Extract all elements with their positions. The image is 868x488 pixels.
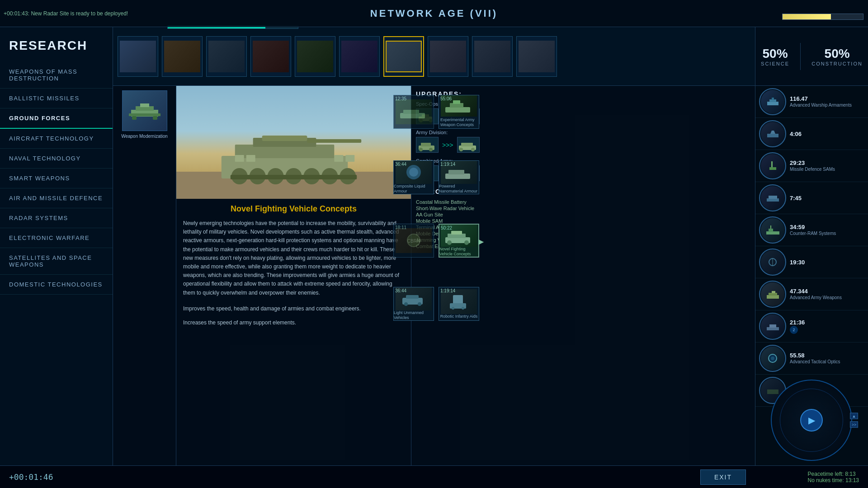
sidebar-item-smart[interactable]: SMART WEAPONS bbox=[0, 169, 113, 188]
center-node-experimental[interactable]: 55:06 Experimental Army Weapon Concepts bbox=[439, 95, 479, 129]
tech-tab-icon-3 bbox=[208, 41, 245, 72]
tech-node-2[interactable]: 4:06 bbox=[755, 118, 868, 150]
svg-rect-2 bbox=[772, 98, 774, 100]
node-info-4: 7:45 bbox=[790, 195, 864, 202]
svg-rect-9 bbox=[766, 231, 779, 235]
sidebar-item-ground[interactable]: GROUND FORCES bbox=[0, 108, 113, 129]
tech-tab-icon-10 bbox=[519, 41, 555, 72]
center-node-cbrn[interactable]: 18:11 CBRN bbox=[393, 224, 434, 258]
tech-tab-10[interactable] bbox=[516, 36, 557, 77]
tech-name: Novel Fighting Vehicle Concepts bbox=[176, 199, 411, 219]
center-node-robotic[interactable]: 1:19:14 Robotic Infantry Aids bbox=[439, 287, 479, 321]
nukes-text: No nukes time: 13:13 bbox=[808, 477, 859, 483]
novel-label: Novel Fighting Vehicle Concepts bbox=[439, 247, 478, 257]
sidebar-item-aircraft[interactable]: AIRCRAFT TECHNOLOGY bbox=[0, 129, 113, 149]
node-time-4: 7:45 bbox=[790, 195, 864, 202]
node-info-1: 116.47 Advanced Warship Armaments bbox=[790, 95, 864, 108]
tech-node-7[interactable]: 47.344 Advanced Army Weapons bbox=[755, 278, 868, 310]
tech-node-4[interactable]: 7:45 bbox=[755, 182, 868, 214]
svg-rect-72 bbox=[403, 110, 419, 114]
sidebar-item-wmd[interactable]: WEAPONS OF MASS DESTRUCTION bbox=[0, 62, 113, 89]
tech-tab-2[interactable] bbox=[162, 36, 203, 77]
sidebar-item-radar[interactable]: RADAR SYSTEMS bbox=[0, 208, 113, 228]
center-node-composite[interactable]: 36:44 Composite Liquid Armour bbox=[393, 160, 434, 194]
center-node-nano[interactable]: 1:19:14 Powered Nanomaterial Armour bbox=[439, 160, 479, 194]
tech-tab-7[interactable] bbox=[383, 36, 424, 77]
tech-node-3[interactable]: 29:23 Missile Defence SAMs bbox=[755, 150, 868, 182]
svg-point-89 bbox=[404, 302, 408, 306]
status-bar: +00:01:46 Peacetime left: 8:13 No nukes … bbox=[0, 465, 868, 488]
tech-node-5[interactable]: 34:59 Counter-RAM Systems bbox=[755, 214, 868, 246]
tech-tab-8[interactable] bbox=[428, 36, 468, 77]
tech-tab-icon-7 bbox=[386, 41, 422, 72]
node-time-robotic: 1:19:14 bbox=[440, 288, 455, 293]
center-node-advanced-army[interactable]: 12:35 bbox=[393, 95, 434, 129]
node-time-9: 55.58 bbox=[790, 352, 864, 359]
svg-marker-4 bbox=[770, 131, 775, 134]
robotic-label: Robotic Infantry Aids bbox=[440, 314, 478, 319]
node-name-5: Counter-RAM Systems bbox=[790, 230, 864, 236]
svg-rect-18 bbox=[769, 324, 776, 328]
tech-tab-icon-2 bbox=[164, 41, 200, 72]
svg-point-20 bbox=[771, 357, 774, 360]
node-name-3: Missile Defence SAMs bbox=[790, 166, 864, 172]
svg-rect-73 bbox=[445, 107, 470, 113]
sidebar-item-satellites[interactable]: SATELLITES AND SPACE WEAPONS bbox=[0, 248, 113, 275]
svg-rect-6 bbox=[769, 167, 776, 170]
center-node-unmanned[interactable]: 36:44 Light Unmanned Vehicles bbox=[393, 287, 434, 321]
sidebar-item-naval[interactable]: NAVAL TECHNOLOGY bbox=[0, 149, 113, 169]
tech-tab-icon-4 bbox=[253, 41, 289, 72]
node-time-adv-army: 12:35 bbox=[395, 96, 406, 101]
svg-rect-42 bbox=[231, 175, 357, 179]
node-icon-2 bbox=[759, 120, 786, 147]
node-info-3: 29:23 Missile Defence SAMs bbox=[790, 160, 864, 172]
exit-button[interactable]: EXIT bbox=[700, 469, 746, 485]
node-time-experimental: 55:06 bbox=[440, 96, 452, 101]
svg-rect-0 bbox=[767, 102, 778, 105]
node-time-cbrn: 18:11 bbox=[395, 225, 406, 230]
improves-text-2: Increases the speed of army support elem… bbox=[176, 316, 411, 330]
sidebar-item-electronic[interactable]: ELECTRONIC WARFARE bbox=[0, 228, 113, 248]
unmanned-label: Light Unmanned Vehicles bbox=[394, 310, 434, 320]
svg-point-85 bbox=[447, 240, 452, 245]
research-title: RESEARCH bbox=[0, 32, 113, 62]
tech-node-6[interactable]: 19:30 bbox=[755, 246, 868, 278]
tech-tab-6[interactable] bbox=[339, 36, 380, 77]
node-icon-1 bbox=[759, 88, 786, 115]
tech-tab-1[interactable] bbox=[118, 36, 158, 77]
tech-tab-icon-6 bbox=[341, 41, 377, 72]
construction-stat: 50% CONSTRUCTION bbox=[811, 47, 863, 66]
compass-arrow-up[interactable]: ▲ bbox=[850, 413, 858, 419]
compass-inner: ▶ bbox=[780, 389, 843, 452]
center-node-novel[interactable]: 50:22 Novel Fighting Vehicle Concepts bbox=[439, 224, 479, 258]
sidebar-item-domestic[interactable]: DOMESTIC TECHNOLOGIES bbox=[0, 275, 113, 295]
tech-tab-9[interactable] bbox=[472, 36, 513, 77]
node-time-5: 34:59 bbox=[790, 224, 864, 230]
tech-tab-5[interactable] bbox=[295, 36, 335, 77]
weapon-mod-icon bbox=[122, 90, 167, 131]
sidebar-item-air-missile[interactable]: AIR AND MISSILE DEFENCE bbox=[0, 188, 113, 208]
svg-point-93 bbox=[452, 307, 454, 310]
svg-rect-16 bbox=[772, 291, 775, 293]
svg-rect-17 bbox=[767, 327, 779, 330]
node-time-1: 116.47 bbox=[790, 95, 864, 102]
notification-text: +00:01:43: New Radar Site is ready to be… bbox=[4, 0, 128, 27]
node-icon-9 bbox=[759, 345, 786, 372]
compass-arrow-right[interactable]: >> bbox=[850, 422, 858, 428]
node-icon-4 bbox=[759, 184, 786, 211]
tech-node-1[interactable]: 116.47 Advanced Warship Armaments bbox=[755, 86, 868, 118]
status-time: +00:01:46 bbox=[9, 472, 53, 482]
composite-label: Composite Liquid Armour bbox=[394, 184, 434, 194]
tech-node-8[interactable]: 21:36 2 bbox=[755, 310, 868, 343]
tech-tab-3[interactable] bbox=[206, 36, 247, 77]
construction-percent: 50% bbox=[811, 47, 863, 61]
tech-tab-4[interactable] bbox=[250, 36, 291, 77]
science-label: SCIENCE bbox=[761, 61, 789, 66]
sidebar-item-ballistic[interactable]: BALLISTIC MISSILES bbox=[0, 89, 113, 108]
svg-rect-84 bbox=[451, 231, 462, 235]
svg-rect-7 bbox=[767, 198, 779, 202]
right-header: 50% SCIENCE 50% CONSTRUCTION bbox=[755, 27, 868, 86]
tech-node-9[interactable]: 55.58 Advanced Tactical Optics bbox=[755, 343, 868, 375]
node-time-8: 21:36 bbox=[790, 319, 864, 326]
play-button[interactable]: ▶ bbox=[800, 409, 823, 432]
